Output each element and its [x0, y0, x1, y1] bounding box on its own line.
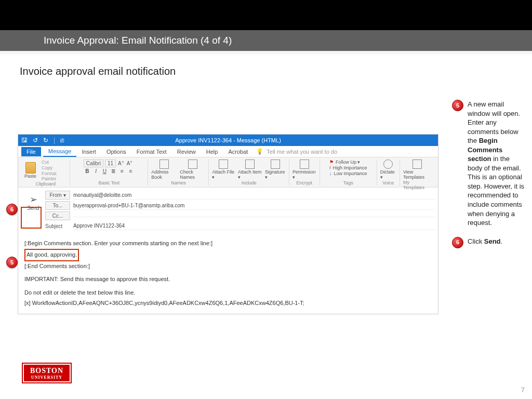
- shrink-font-icon[interactable]: A˅: [126, 161, 134, 166]
- tab-format-text[interactable]: Format Text: [131, 147, 172, 156]
- check-names-label: Check Names: [180, 169, 205, 180]
- tab-help[interactable]: Help: [201, 147, 223, 156]
- high-importance-button[interactable]: !High Importance: [329, 165, 367, 170]
- tab-file[interactable]: File: [21, 147, 41, 156]
- group-basic-text: Calibri 11 A˄ A˅ B I U ≣ ≡ ≡ Basic Text: [70, 159, 148, 185]
- logo-line1: BOSTON: [30, 367, 63, 375]
- italic-button[interactable]: I: [92, 168, 100, 174]
- outlook-window: 🖫 ↺ ↻ | ⎚ Approve INV1122-364 - Message …: [18, 134, 438, 314]
- group-include: Attach File ▾ Attach Item ▾ Signature ▾ …: [209, 159, 289, 185]
- window-title: Approve INV1122-364 - Message (HTML): [18, 137, 438, 143]
- to-value[interactable]: buyerapproval-prod+BU-1-T@ansmtp.ariba.c…: [73, 202, 435, 210]
- step6-part-b: .: [501, 237, 503, 245]
- tab-acrobat[interactable]: Acrobat: [223, 147, 253, 156]
- clipboard-group-label: Clipboard: [35, 181, 56, 187]
- group-tags: ⚑Follow Up ▾ !High Importance ↓Low Impor…: [320, 159, 377, 185]
- exclaim-icon: !: [329, 165, 331, 170]
- to-label[interactable]: To...: [45, 201, 70, 210]
- follow-up-label: Follow Up ▾: [336, 159, 361, 165]
- cc-value[interactable]: [73, 215, 435, 217]
- tell-me-input[interactable]: Tell me what you want to do: [267, 149, 337, 155]
- view-templates-label: View Templates: [403, 169, 432, 180]
- ribbon: Paste Cut Copy Format Painter Clipboard …: [18, 157, 438, 188]
- redo-icon[interactable]: ↻: [43, 137, 48, 144]
- step6-text: Click Send.: [468, 237, 502, 246]
- group-clipboard: Paste Cut Copy Format Painter Clipboard: [21, 159, 70, 185]
- tab-message[interactable]: Message: [43, 147, 77, 157]
- donot-edit-line: Do not edit or delete the text below thi…: [24, 288, 432, 298]
- format-painter-button[interactable]: Format Painter: [42, 171, 66, 181]
- callout-box-send: [21, 207, 42, 229]
- callout-badge-5: 5: [6, 257, 18, 268]
- paste-label: Paste: [24, 174, 36, 179]
- check-names-button[interactable]: Check Names: [180, 159, 205, 180]
- from-value: monautiyal@deloitte.com: [73, 191, 435, 200]
- cut-button[interactable]: Cut: [42, 159, 66, 165]
- user-comment-highlight: All good, approving.: [24, 249, 79, 261]
- view-templates-button[interactable]: View Templates: [403, 159, 432, 180]
- top-blackbar: [0, 0, 532, 30]
- signature-label: Signature ▾: [265, 169, 286, 180]
- high-importance-label: High Importance: [332, 165, 367, 170]
- grow-font-icon[interactable]: A˄: [117, 161, 125, 166]
- touch-icon[interactable]: ⎚: [60, 137, 64, 144]
- from-label[interactable]: From ▾: [45, 191, 70, 200]
- address-area: ➢ Send From ▾monautiyal@deloitte.com To.…: [18, 188, 438, 233]
- attach-file-label: Attach File ▾: [212, 169, 234, 180]
- ribbon-tabs: File Message Insert Options Format Text …: [18, 146, 438, 157]
- include-group-label: Include: [242, 180, 257, 185]
- tags-group-label: Tags: [343, 180, 353, 185]
- save-icon[interactable]: 🖫: [21, 137, 28, 144]
- permission-button[interactable]: Permission ▾: [292, 159, 316, 180]
- step5-part-b: in the body of the email. This is an opt…: [468, 155, 524, 227]
- tab-options[interactable]: Options: [101, 147, 131, 156]
- bold-button[interactable]: B: [84, 168, 91, 174]
- align-icon[interactable]: ≡: [127, 168, 135, 174]
- sidebar-badge-6: 6: [452, 237, 463, 248]
- group-templates: View Templates My Templates: [400, 159, 435, 185]
- qat-separator: |: [54, 137, 55, 144]
- instruction-sidebar: 5 A new email window will open. Enter an…: [452, 100, 525, 258]
- attach-item-label: Attach Item ▾: [238, 169, 262, 180]
- font-name-combo[interactable]: Calibri: [84, 159, 103, 167]
- underline-button[interactable]: U: [101, 168, 108, 174]
- workflow-line: [x] WorkflowActionID,AFeeAQNC+36OJ8C,ycn…: [24, 298, 432, 309]
- bullets-icon[interactable]: ≣: [110, 168, 117, 174]
- paste-button[interactable]: Paste: [24, 162, 36, 179]
- end-comments-marker: [:End Comments section:]: [24, 261, 432, 272]
- page-number: 7: [521, 386, 525, 394]
- send-icon[interactable]: ➢: [30, 194, 37, 205]
- group-names: Address Book Check Names Names: [148, 159, 209, 185]
- important-line: IMPORTANT: Send this message to approve …: [24, 274, 432, 285]
- quick-access-toolbar: 🖫 ↺ ↻ | ⎚ Approve INV1122-364 - Message …: [18, 135, 438, 146]
- flag-icon: ⚑: [329, 159, 334, 165]
- dictate-button[interactable]: Dictate ▾: [380, 159, 396, 180]
- attach-file-button[interactable]: Attach File ▾: [212, 159, 234, 180]
- undo-icon[interactable]: ↺: [33, 137, 38, 144]
- low-importance-button[interactable]: ↓Low Importance: [329, 171, 367, 176]
- templates-group-label: My Templates: [403, 180, 432, 190]
- permission-label: Permission ▾: [292, 169, 316, 180]
- attach-item-button[interactable]: Attach Item ▾: [238, 159, 262, 180]
- callout-badge-6: 6: [6, 204, 18, 215]
- low-importance-label: Low Importance: [334, 171, 367, 176]
- copy-button[interactable]: Copy: [42, 165, 66, 170]
- follow-up-button[interactable]: ⚑Follow Up ▾: [329, 159, 361, 165]
- slide-title: Invoice Approval: Email Notification (4 …: [44, 35, 232, 46]
- cc-label[interactable]: Cc...: [45, 211, 70, 220]
- email-body[interactable]: [:Begin Comments section. Enter your com…: [18, 233, 438, 314]
- bulb-icon: 💡: [256, 148, 263, 155]
- signature-button[interactable]: Signature ▾: [265, 159, 286, 180]
- slide-title-bar: Invoice Approval: Email Notification (4 …: [0, 30, 532, 51]
- font-size-combo[interactable]: 11: [105, 159, 116, 167]
- address-book-button[interactable]: Address Book: [151, 159, 177, 180]
- dictate-label: Dictate ▾: [380, 169, 396, 180]
- tab-review[interactable]: Review: [172, 147, 201, 156]
- step6-bold: Send: [484, 237, 501, 245]
- arrow-down-icon: ↓: [329, 171, 332, 176]
- tab-insert[interactable]: Insert: [76, 147, 101, 156]
- numbering-icon[interactable]: ≡: [118, 168, 126, 174]
- group-voice: Dictate ▾ Voice: [377, 159, 400, 185]
- subject-value[interactable]: Approve INV1122-364: [73, 222, 435, 230]
- begin-comments-marker: [:Begin Comments section. Enter your com…: [24, 238, 432, 249]
